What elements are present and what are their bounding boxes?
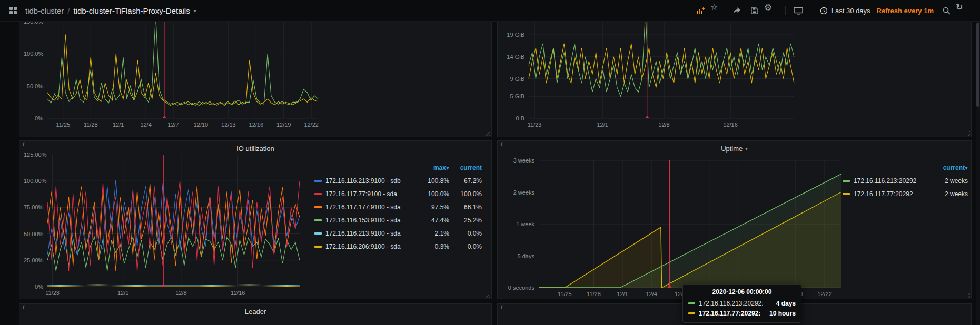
x-axis-tick-label: 12/19 — [276, 121, 291, 128]
page-scrollbar — [976, 22, 980, 325]
time-range-picker[interactable]: Last 30 days — [816, 3, 875, 18]
tooltip-series-row: 172.16.117.77:20292: 10 hours — [688, 308, 796, 318]
series-color-dash — [688, 312, 695, 314]
panel-title[interactable]: Leader — [19, 308, 491, 316]
legend-row[interactable]: 172.16.117.77:202922 weeks — [843, 187, 968, 200]
series-legend: max▾current172.16.116.213:9100 - sdb100.… — [314, 161, 482, 253]
navbar-left: tidb-cluster / tidb-cluster-TiFlash-Prox… — [7, 3, 196, 18]
tv-mode-button[interactable] — [790, 3, 807, 18]
series-color-dash — [314, 246, 322, 248]
legend-value: 2.1% — [417, 230, 449, 237]
tooltip-series-name: 172.16.117.77:20292: — [699, 310, 766, 317]
breadcrumb-folder[interactable]: tidb-cluster — [25, 6, 64, 15]
y-axis-tick-label: 0% — [24, 115, 43, 122]
legend-row[interactable]: 172.16.116.153:9100 - sda47.4%25.2% — [314, 214, 482, 227]
legend-row[interactable]: 172.16.117.177:9100 - sda97.5%66.1% — [314, 200, 482, 214]
tooltip-timestamp: 2020-12-06 00:00:00 — [688, 288, 796, 296]
panel-title[interactable]: Uptime▾ — [498, 145, 971, 153]
annotation-marker[interactable] — [645, 116, 649, 118]
legend-sort-current[interactable]: current▾ — [931, 164, 968, 171]
legend-row[interactable]: 172.16.117.77:9100 - sda100.0%100.0% — [314, 187, 482, 200]
panel-uptime: i Uptime▾ 0 seconds5 days1 week2 weeks3 … — [497, 140, 972, 299]
y-axis-tick-label: 25.00% — [24, 257, 43, 264]
navbar-toolbar: ☆ ⚙ — [692, 3, 973, 18]
x-axis-tick-label: 12/16 — [249, 121, 264, 128]
x-axis-tick-label: 12/1 — [113, 121, 124, 128]
x-axis-tick-label: 12/22 — [304, 121, 319, 128]
legend-value: 25.2% — [449, 217, 482, 224]
legend-row[interactable]: 172.16.116.213:9100 - sdb100.8%67.2% — [314, 174, 482, 187]
panel-menu-caret-icon[interactable]: ▾ — [745, 146, 748, 151]
legend-series-name[interactable]: 172.16.117.177:9100 - sda — [325, 204, 417, 211]
annotation-marker[interactable] — [162, 116, 166, 118]
y-axis-tick-label: 100.00% — [24, 177, 43, 185]
scrollbar-thumb[interactable] — [976, 23, 979, 107]
x-axis-tick-label: 12/10 — [194, 121, 209, 128]
series-color-dash — [314, 180, 322, 182]
time-series-chart[interactable]: 0%25.00%50.00%75.00%100.00%125.00%11/231… — [24, 155, 303, 298]
add-panel-button[interactable] — [692, 3, 709, 18]
legend-sort-max[interactable]: max▾ — [417, 164, 449, 171]
legend-value: 67.2% — [449, 177, 482, 185]
series-color-dash — [843, 193, 850, 195]
x-axis-tick-label: 12/8 — [658, 121, 669, 128]
apps-grid-icon[interactable] — [7, 3, 19, 18]
legend-value: 2 weeks — [931, 190, 968, 198]
x-axis-tick-label: 12/16 — [231, 289, 245, 297]
panel-resize-handle[interactable] — [965, 292, 970, 298]
legend-row[interactable]: 172.16.116.213:202922 weeks — [843, 174, 968, 187]
legend-series-name[interactable]: 172.16.116.153:9100 - sda — [325, 217, 417, 224]
legend-row[interactable]: 172.16.116.206:9100 - sda0.3%0.0% — [314, 240, 482, 253]
y-axis-tick-label: 1 week — [502, 220, 534, 228]
refresh-interval-label[interactable]: Refresh every 1m — [877, 7, 934, 15]
y-axis-tick-label: 2 weeks — [502, 189, 534, 196]
y-axis-tick-label: 19 GiB — [502, 31, 524, 38]
save-button[interactable] — [746, 3, 763, 18]
legend-series-name[interactable]: 172.16.117.77:9100 - sda — [325, 190, 417, 198]
navbar: tidb-cluster / tidb-cluster-TiFlash-Prox… — [0, 0, 980, 22]
legend-value: 100.0% — [449, 190, 482, 198]
panel-resize-handle[interactable] — [485, 292, 490, 298]
time-series-chart[interactable]: 0 B5 GiB9 GiB14 GiB19 GiB11/2312/112/812… — [502, 22, 797, 137]
y-axis-tick-label: 0 B — [502, 115, 524, 122]
chevron-down-icon[interactable]: ▾ — [194, 8, 196, 14]
panel-top-right: 0 B5 GiB9 GiB14 GiB19 GiB11/2312/112/812… — [497, 22, 972, 137]
panel-resize-handle[interactable] — [485, 130, 490, 136]
legend-series-name[interactable]: 172.16.116.206:9100 - sda — [325, 243, 417, 250]
series-color-dash — [314, 206, 322, 208]
save-icon — [750, 7, 758, 15]
monitor-icon — [794, 6, 803, 15]
zoom-out-button[interactable] — [938, 3, 955, 18]
panel-title-text: IO utilization — [236, 145, 274, 153]
x-axis-tick-label: 12/7 — [167, 121, 179, 128]
panel-leader: i Leader — [19, 303, 492, 325]
x-axis-tick-label: 11/28 — [587, 290, 601, 298]
star-button[interactable]: ☆ — [710, 3, 727, 18]
panel-title[interactable]: IO utilization — [19, 145, 491, 153]
series-line — [47, 181, 300, 271]
time-series-chart[interactable]: 0 seconds5 days1 week2 weeks3 weeks11/25… — [502, 160, 844, 298]
panel-resize-handle[interactable] — [965, 130, 970, 136]
legend-row[interactable]: 172.16.116.213:9100 - sda2.1%0.0% — [314, 227, 482, 240]
time-series-chart[interactable]: 0%50.0%100.0%150.0%11/2511/2812/112/412/… — [24, 22, 321, 137]
refresh-button[interactable]: ↻ — [956, 3, 973, 18]
series-color-dash — [843, 180, 850, 182]
legend-series-name[interactable]: 172.16.116.213:9100 - sdb — [325, 177, 417, 185]
settings-button[interactable]: ⚙ — [764, 3, 781, 18]
time-range-label: Last 30 days — [831, 7, 870, 15]
legend-series-name[interactable]: 172.16.116.213:9100 - sda — [325, 230, 417, 237]
legend-sort-current[interactable]: current — [449, 164, 482, 171]
share-button[interactable] — [728, 3, 745, 18]
add-panel-icon — [696, 6, 705, 15]
toolbar-divider — [811, 6, 811, 15]
tooltip-series-value: 10 hours — [769, 310, 796, 317]
legend-series-name[interactable]: 172.16.117.77:20292 — [854, 190, 931, 198]
legend-series-name[interactable]: 172.16.116.213:20292 — [854, 177, 931, 185]
panel-info-icon[interactable]: i — [500, 304, 502, 311]
dashboard-title[interactable]: tidb-cluster-TiFlash-Proxy-Details — [74, 6, 190, 15]
legend-value: 0.0% — [449, 243, 482, 250]
legend-value: 66.1% — [449, 204, 482, 211]
y-axis-tick-label: 14 GiB — [502, 53, 524, 60]
legend-value: 97.5% — [417, 204, 449, 211]
y-axis-tick-label: 5 GiB — [502, 93, 524, 100]
